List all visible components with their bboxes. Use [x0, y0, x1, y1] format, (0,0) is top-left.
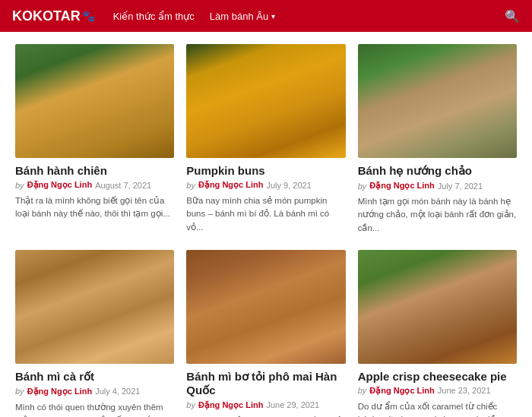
- card-excerpt-banh-he-nuong-chao: Mình tạm gọi món bánh này là bánh hẹ nướ…: [358, 195, 517, 235]
- card-by-apple-crisp-cheesecake-pie: by: [358, 386, 367, 395]
- card-banh-mi-ca-rot: Bánh mì cà rốt by Đặng Ngọc Linh July 4,…: [15, 250, 174, 417]
- chevron-down-icon: ▾: [271, 12, 275, 21]
- card-date-banh-mi-bo-toi-pho-mai: June 29, 2021: [266, 400, 319, 409]
- card-date-apple-crisp-cheesecake-pie: June 23, 2021: [438, 386, 491, 395]
- navbar: KOKOTAR 🐾 Kiến thức ẩm thực Làm bánh Âu …: [0, 0, 532, 32]
- card-date-pumpkin-buns: July 9, 2021: [266, 181, 311, 190]
- card-meta-banh-hanh-chien: by Đặng Ngọc Linh August 7, 2021: [15, 180, 174, 190]
- card-excerpt-pumpkin-buns: Bữa nay mình chia sẻ món pumpkin buns – …: [186, 194, 345, 234]
- nav-kien-thuc[interactable]: Kiến thức ẩm thực: [113, 11, 195, 22]
- card-by-banh-mi-ca-rot: by: [15, 387, 24, 396]
- card-image-banh-he-nuong-chao[interactable]: [358, 44, 517, 158]
- main-content: Bánh hành chiên by Đặng Ngọc Linh August…: [0, 32, 532, 417]
- card-meta-apple-crisp-cheesecake-pie: by Đặng Ngọc Linh June 23, 2021: [358, 386, 517, 396]
- card-author-banh-mi-ca-rot[interactable]: Đặng Ngọc Linh: [27, 387, 93, 396]
- card-banh-hanh-chien: Bánh hành chiên by Đặng Ngọc Linh August…: [15, 44, 174, 235]
- logo[interactable]: KOKOTAR 🐾: [12, 8, 95, 24]
- card-date-banh-he-nuong-chao: July 7, 2021: [438, 182, 483, 191]
- card-banh-mi-bo-toi-pho-mai: Bánh mì bơ tỏi phô mai Hàn Quốc by Đặng …: [186, 250, 345, 417]
- card-title-apple-crisp-cheesecake-pie[interactable]: Apple crisp cheesecake pie: [358, 370, 517, 383]
- card-title-banh-mi-ca-rot[interactable]: Bánh mì cà rốt: [15, 370, 174, 384]
- card-image-apple-crisp-cheesecake-pie[interactable]: [358, 250, 517, 364]
- card-pumpkin-buns: Pumpkin buns by Đặng Ngọc Linh July 9, 2…: [186, 44, 345, 235]
- card-banh-he-nuong-chao: Bánh hẹ nướng chảo by Đặng Ngọc Linh Jul…: [358, 44, 517, 235]
- card-date-banh-mi-ca-rot: July 4, 2021: [95, 387, 140, 396]
- card-title-pumpkin-buns[interactable]: Pumpkin buns: [186, 164, 345, 177]
- card-meta-banh-mi-bo-toi-pho-mai: by Đặng Ngọc Linh June 29, 2021: [186, 400, 345, 410]
- card-meta-banh-he-nuong-chao: by Đặng Ngọc Linh July 7, 2021: [358, 181, 517, 191]
- card-title-banh-mi-bo-toi-pho-mai[interactable]: Bánh mì bơ tỏi phô mai Hàn Quốc: [186, 370, 345, 397]
- card-title-banh-he-nuong-chao[interactable]: Bánh hẹ nướng chảo: [358, 164, 517, 178]
- nav-lam-banh[interactable]: Làm bánh Âu ▾: [210, 11, 275, 22]
- card-image-banh-hanh-chien[interactable]: [15, 44, 174, 158]
- card-grid: Bánh hành chiên by Đặng Ngọc Linh August…: [15, 44, 517, 417]
- logo-text: KOKOTAR: [12, 8, 81, 24]
- card-author-pumpkin-buns[interactable]: Đặng Ngọc Linh: [198, 180, 264, 190]
- card-excerpt-banh-mi-ca-rot: Mình có thói quen thường xuyên thêm thật…: [15, 401, 174, 417]
- card-author-apple-crisp-cheesecake-pie[interactable]: Đặng Ngọc Linh: [369, 386, 435, 396]
- nav-lam-banh-label: Làm bánh Âu: [210, 11, 268, 22]
- card-meta-pumpkin-buns: by Đặng Ngọc Linh July 9, 2021: [186, 180, 345, 190]
- card-author-banh-mi-bo-toi-pho-mai[interactable]: Đặng Ngọc Linh: [198, 400, 264, 410]
- card-author-banh-hanh-chien[interactable]: Đặng Ngọc Linh: [27, 180, 93, 190]
- card-title-banh-hanh-chien[interactable]: Bánh hành chiên: [15, 164, 174, 177]
- card-by-pumpkin-buns: by: [186, 181, 195, 190]
- card-by-banh-mi-bo-toi-pho-mai: by: [186, 400, 195, 409]
- card-by-banh-he-nuong-chao: by: [358, 182, 367, 191]
- card-apple-crisp-cheesecake-pie: Apple crisp cheesecake pie by Đặng Ngọc …: [358, 250, 517, 417]
- card-date-banh-hanh-chien: August 7, 2021: [95, 181, 151, 190]
- card-image-pumpkin-buns[interactable]: [186, 44, 345, 158]
- card-excerpt-apple-crisp-cheesecake-pie: Do dư ẩm của xốt caramel từ chiếc bánh s…: [358, 400, 517, 417]
- card-author-banh-he-nuong-chao[interactable]: Đặng Ngọc Linh: [369, 181, 435, 191]
- nav-links: Kiến thức ẩm thực Làm bánh Âu ▾: [113, 11, 486, 22]
- card-by-banh-hanh-chien: by: [15, 181, 24, 190]
- card-image-banh-mi-bo-toi-pho-mai[interactable]: [186, 250, 345, 364]
- card-image-banh-mi-ca-rot[interactable]: [15, 250, 174, 364]
- card-excerpt-banh-hanh-chien: Thật ra là mình không biết gọi tên của l…: [15, 194, 174, 221]
- card-meta-banh-mi-ca-rot: by Đặng Ngọc Linh July 4, 2021: [15, 387, 174, 396]
- logo-paw-icon: 🐾: [82, 10, 95, 22]
- search-icon[interactable]: 🔍: [505, 9, 520, 24]
